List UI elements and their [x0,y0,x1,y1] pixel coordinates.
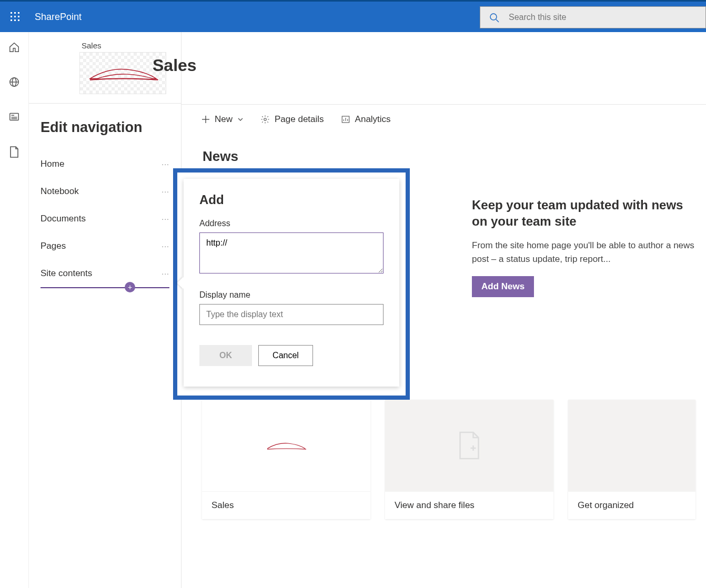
svg-rect-8 [18,19,19,21]
nav-item-home[interactable]: Home··· [41,150,169,178]
app-launcher-icon[interactable] [6,8,24,26]
suite-bar: SharePoint [0,2,706,32]
command-bar: New Page details Analytics [181,104,706,135]
svg-rect-0 [11,12,12,14]
display-name-label: Display name [199,290,384,300]
display-name-input[interactable] [199,304,384,325]
dialog-title: Add [199,192,384,207]
home-icon[interactable] [8,42,20,55]
file-icon[interactable] [9,146,19,160]
news-icon[interactable] [8,111,20,125]
svg-rect-3 [11,16,12,17]
svg-rect-7 [14,19,16,21]
nav-item-pages[interactable]: Pages··· [41,232,169,260]
more-icon[interactable]: ··· [162,269,169,278]
address-label: Address [199,219,384,228]
address-input[interactable] [199,232,384,273]
more-icon[interactable]: ··· [162,160,169,168]
nav-item-notebook[interactable]: Notebook··· [41,178,169,205]
nav-insert-indicator: + [41,287,169,288]
svg-point-20 [264,118,267,121]
gear-icon [260,115,270,124]
add-nav-item-icon[interactable]: + [125,282,135,292]
analytics-icon [341,115,350,124]
svg-line-10 [496,19,499,22]
analytics-button[interactable]: Analytics [341,114,391,125]
page-details-button[interactable]: Page details [260,114,324,125]
card-title: Get organized [568,492,695,519]
site-title: Sales [153,56,197,75]
svg-rect-14 [10,114,19,120]
more-icon[interactable]: ··· [162,187,169,196]
ok-button[interactable]: OK [199,345,252,366]
nav-item-site-contents[interactable]: Site contents··· [41,260,169,287]
breadcrumb[interactable]: Sales [82,41,166,50]
card-image [385,400,553,492]
add-news-button[interactable]: Add News [472,276,534,297]
quick-links-cards: Sales View and share files Get organized [202,400,695,519]
cancel-button[interactable]: Cancel [258,345,313,366]
plus-icon [201,115,210,124]
edit-nav-heading: Edit navigation [41,119,169,136]
news-heading: News [203,148,706,165]
add-link-dialog: Add Address Display name OK Cancel [184,179,399,387]
news-promo-title: Keep your team updated with news on your… [472,197,698,229]
new-button[interactable]: New [201,114,244,125]
card-sales[interactable]: Sales [202,400,370,519]
search-icon [489,12,499,23]
svg-rect-1 [14,12,16,14]
search-box[interactable] [480,6,706,28]
more-icon[interactable]: ··· [162,242,169,250]
svg-rect-4 [14,16,16,17]
svg-point-9 [490,14,497,20]
card-organize[interactable]: Get organized [568,400,695,519]
search-input[interactable] [509,13,705,22]
svg-rect-2 [18,12,19,14]
card-title: Sales [202,492,370,519]
svg-rect-6 [11,19,12,21]
card-image [568,400,695,492]
brand-name[interactable]: SharePoint [35,12,82,23]
svg-rect-5 [18,16,19,17]
globe-icon[interactable] [8,76,20,90]
news-promo-body: From the site home page you'll be able t… [472,239,698,266]
card-title: View and share files [385,492,553,519]
add-link-dialog-frame: Add Address Display name OK Cancel [173,168,410,400]
more-icon[interactable]: ··· [162,215,169,223]
left-rail [0,32,29,588]
card-image [202,400,370,492]
chevron-down-icon [237,116,244,123]
edit-navigation-panel: Edit navigation Home··· Notebook··· Docu… [29,103,181,288]
card-files[interactable]: View and share files [385,400,553,519]
news-promo: Keep your team updated with news on your… [472,197,698,297]
nav-item-documents[interactable]: Documents··· [41,205,169,232]
